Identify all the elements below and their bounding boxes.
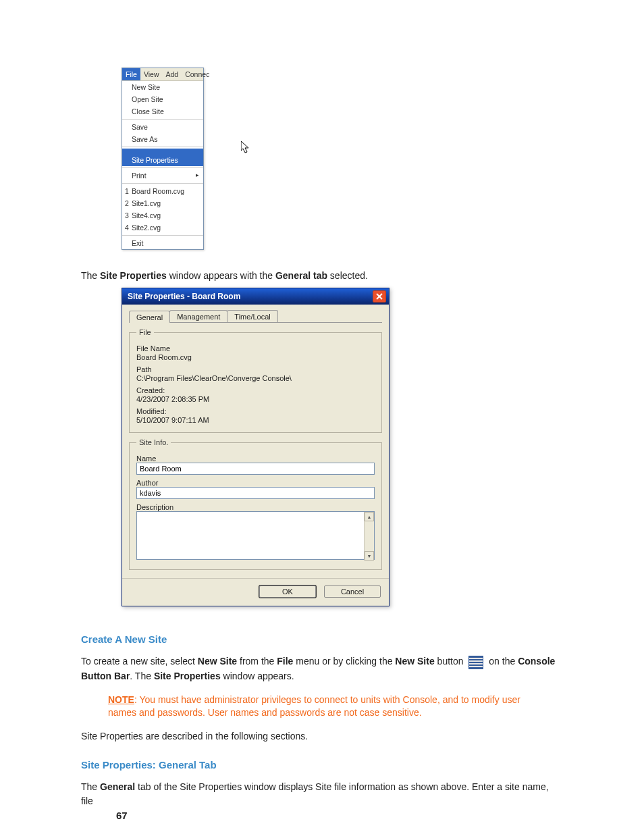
filename-label: File Name bbox=[136, 344, 375, 353]
file-menu-screenshot: File View Add Connec New Site Open Site … bbox=[122, 68, 204, 250]
name-input[interactable] bbox=[136, 463, 375, 475]
menu-add[interactable]: Add bbox=[163, 68, 182, 80]
name-label: Name bbox=[136, 454, 375, 463]
heading-create-new-site: Create A New Site bbox=[81, 633, 563, 645]
menu-item-close-site[interactable]: Close Site bbox=[122, 105, 203, 118]
menu-separator bbox=[122, 147, 203, 147]
note-label: NOTE bbox=[108, 694, 134, 705]
menu-view[interactable]: View bbox=[140, 68, 163, 80]
menu-separator bbox=[122, 167, 203, 168]
author-input[interactable] bbox=[136, 487, 375, 499]
description-label: Description bbox=[136, 503, 375, 511]
new-site-icon bbox=[468, 656, 483, 669]
recent-label: Site1.cvg bbox=[132, 199, 161, 207]
modified-value: 5/10/2007 9:07:11 AM bbox=[136, 416, 375, 424]
dialog-title: Site Properties - Board Room bbox=[128, 292, 240, 301]
menu-item-recent-1[interactable]: 1Board Room.cvg bbox=[122, 185, 203, 197]
path-label: Path bbox=[136, 365, 375, 373]
menu-item-recent-2[interactable]: 2Site1.cvg bbox=[122, 197, 203, 209]
body-text: The General tab of the Site Properties w… bbox=[81, 780, 563, 808]
modified-label: Modified: bbox=[136, 407, 375, 415]
menu-item-print[interactable]: Print bbox=[122, 170, 203, 182]
body-text: The Site Properties window appears with … bbox=[81, 269, 563, 282]
scroll-down-icon[interactable]: ▼ bbox=[365, 551, 374, 561]
created-value: 4/23/2007 2:08:35 PM bbox=[136, 395, 375, 403]
close-icon bbox=[376, 293, 383, 300]
recent-label: Site2.cvg bbox=[132, 224, 161, 232]
cancel-button[interactable]: Cancel bbox=[324, 585, 381, 598]
menu-item-label: Site Properties bbox=[132, 156, 178, 164]
dialog-button-row: OK Cancel bbox=[122, 578, 389, 606]
description-textarea[interactable] bbox=[136, 511, 375, 560]
cursor-icon bbox=[241, 147, 250, 155]
close-button[interactable] bbox=[373, 290, 386, 303]
dialog-tabs: General Management Time/Local bbox=[129, 310, 382, 323]
dialog-titlebar: Site Properties - Board Room bbox=[122, 288, 389, 305]
created-label: Created: bbox=[136, 386, 375, 394]
menu-item-recent-3[interactable]: 3Site4.cvg bbox=[122, 209, 203, 221]
scrollbar[interactable]: ▲ ▼ bbox=[364, 512, 374, 561]
menu-separator bbox=[122, 119, 203, 120]
file-fieldset: File File Name Board Room.cvg Path C:\Pr… bbox=[129, 328, 382, 433]
siteinfo-fieldset: Site Info. Name Author Description ▲ ▼ bbox=[129, 438, 382, 570]
menu-item-site-properties[interactable]: Site Properties bbox=[122, 149, 203, 166]
file-legend: File bbox=[136, 328, 154, 336]
menu-item-open-site[interactable]: Open Site bbox=[122, 93, 203, 105]
menu-item-exit[interactable]: Exit bbox=[122, 237, 203, 249]
filename-value: Board Room.cvg bbox=[136, 353, 375, 361]
tab-general[interactable]: General bbox=[129, 311, 170, 323]
note-text: : You must have administrator privileges… bbox=[108, 694, 520, 719]
body-text: To create a new site, select New Site fr… bbox=[81, 654, 563, 683]
menubar: File View Add Connec bbox=[122, 68, 203, 81]
scroll-up-icon[interactable]: ▲ bbox=[365, 512, 374, 521]
menu-item-save[interactable]: Save bbox=[122, 121, 203, 133]
path-value: C:\Program Files\ClearOne\Converge Conso… bbox=[136, 374, 375, 382]
menu-separator bbox=[122, 183, 203, 184]
menu-item-new-site[interactable]: New Site bbox=[122, 81, 203, 93]
tab-management[interactable]: Management bbox=[169, 310, 227, 322]
siteinfo-legend: Site Info. bbox=[136, 438, 171, 446]
body-text: Site Properties are described in the fol… bbox=[81, 729, 563, 743]
menu-file[interactable]: File bbox=[122, 68, 140, 80]
svg-marker-0 bbox=[241, 141, 248, 153]
author-label: Author bbox=[136, 479, 375, 487]
menu-connect[interactable]: Connec bbox=[182, 68, 213, 80]
ok-button[interactable]: OK bbox=[259, 585, 316, 598]
page-number: 67 bbox=[116, 810, 128, 821]
site-properties-dialog: Site Properties - Board Room General Man… bbox=[122, 288, 390, 606]
menu-item-save-as[interactable]: Save As bbox=[122, 133, 203, 145]
note-block: NOTE: You must have administrator privil… bbox=[108, 694, 563, 720]
recent-label: Site4.cvg bbox=[132, 211, 161, 219]
menu-separator bbox=[122, 235, 203, 236]
heading-general-tab: Site Properties: General Tab bbox=[81, 759, 563, 771]
menu-item-recent-4[interactable]: 4Site2.cvg bbox=[122, 221, 203, 234]
tab-time-local[interactable]: Time/Local bbox=[227, 310, 277, 322]
recent-label: Board Room.cvg bbox=[132, 187, 184, 195]
